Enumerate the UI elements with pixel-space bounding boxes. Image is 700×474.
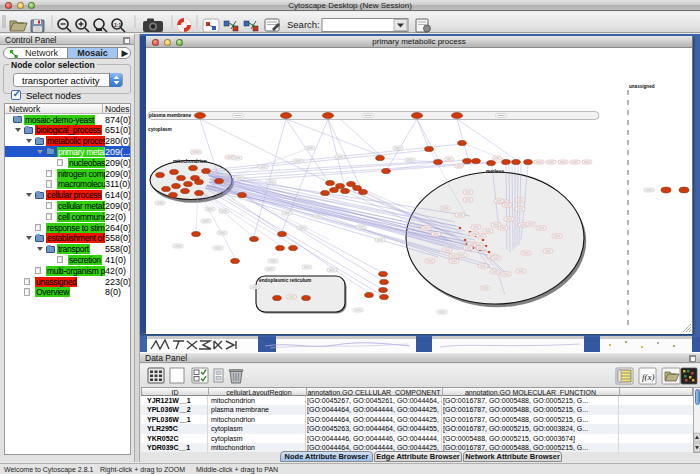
- svg-text:nucleus: nucleus: [486, 169, 504, 174]
- svg-text:mitochondrion: mitochondrion: [173, 159, 207, 164]
- svg-text:unassigned: unassigned: [629, 84, 655, 89]
- svg-text:1:1: 1:1: [114, 22, 121, 28]
- svg-text:cytoplasm: cytoplasm: [148, 127, 172, 132]
- svg-text:endoplasmic reticulum: endoplasmic reticulum: [259, 278, 311, 283]
- svg-text:plasma membrane: plasma membrane: [149, 113, 191, 118]
- svg-text:Search:: Search:: [287, 19, 320, 30]
- svg-text:f(x): f(x): [642, 372, 655, 382]
